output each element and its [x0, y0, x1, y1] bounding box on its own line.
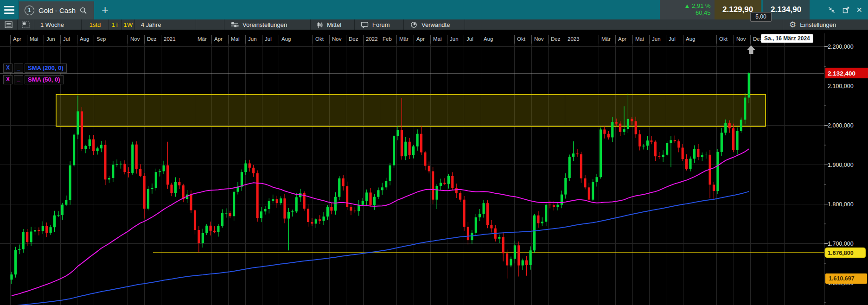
spread-value: 5,00 — [750, 12, 772, 22]
change-panel: ▲ 2,91 % 60,45 — [660, 0, 715, 19]
svg-text:Apr: Apr — [13, 36, 21, 42]
svg-text:Okt: Okt — [517, 36, 526, 42]
svg-text:Apr: Apr — [214, 36, 223, 42]
legend-sma200: X _ SMA (200, 0) — [3, 64, 67, 73]
svg-text:Nov: Nov — [736, 36, 746, 42]
svg-text:1.900,000: 1.900,000 — [828, 162, 854, 168]
search-icon[interactable] — [80, 7, 87, 14]
chart-area: AprMaiJunJulAugSepNovDez2021MärAprMaiJun… — [0, 30, 868, 305]
svg-text:Dez: Dez — [349, 36, 358, 42]
close-icon[interactable]: ✕ — [856, 6, 862, 14]
range-low-axis-label: 1.610,697 — [825, 273, 867, 284]
legend-remove-button[interactable]: X — [3, 75, 13, 84]
svg-text:Mär: Mär — [601, 36, 611, 42]
hamburger-menu-button[interactable] — [0, 0, 19, 19]
instrument-tab[interactable]: 1 Gold - Cash — [19, 1, 94, 19]
svg-text:Sep: Sep — [96, 36, 106, 42]
svg-text:1.800,000: 1.800,000 — [828, 201, 854, 208]
layout-grid-icon-button[interactable] — [18, 19, 34, 30]
svg-text:2023: 2023 — [568, 36, 580, 42]
svg-text:Apr: Apr — [416, 36, 425, 42]
presets-button[interactable]: Voreinstellungen — [224, 19, 311, 30]
timeframe-current[interactable]: 1 Woche — [34, 19, 82, 30]
svg-text:Aug: Aug — [281, 36, 291, 42]
new-tab-button[interactable]: + — [102, 1, 108, 19]
svg-text:1.610,697: 1.610,697 — [829, 275, 855, 282]
price-chart[interactable]: AprMaiJunJulAugSepNovDez2021MärAprMaiJun… — [0, 30, 868, 305]
range-selector[interactable]: 4 Jahre — [135, 19, 196, 30]
gear-icon: ⚙ — [789, 21, 796, 29]
svg-text:Mai: Mai — [433, 36, 442, 42]
svg-text:Okt: Okt — [315, 36, 324, 42]
legend-minimize-button[interactable]: _ — [14, 75, 23, 84]
chart-toolbar: 1 Woche 1std 1T 1W 4 Jahre Voreinstellun… — [0, 19, 868, 30]
top-bar: 1 Gold - Cash + ▲ 2,91 % 60,45 2.129,90 … — [0, 0, 868, 19]
collapse-window-icon[interactable] — [828, 6, 836, 14]
sma50-line[interactable] — [12, 149, 749, 296]
svg-text:Jun: Jun — [46, 36, 55, 42]
watchlist-icon-button[interactable] — [0, 19, 18, 30]
legend-label-sma50[interactable]: SMA (50, 0) — [25, 75, 64, 84]
related-button[interactable]: Verwandte — [404, 19, 465, 30]
svg-text:2022: 2022 — [366, 36, 378, 42]
svg-text:2.000,000: 2.000,000 — [828, 122, 854, 129]
svg-text:Mai: Mai — [635, 36, 644, 42]
svg-text:Dez: Dez — [551, 36, 561, 42]
svg-text:Nov: Nov — [534, 36, 544, 42]
orderbook-depth-icon[interactable] — [814, 5, 821, 15]
trading-app-window: 1 Gold - Cash + ▲ 2,91 % 60,45 2.129,90 … — [0, 0, 868, 305]
last-price-axis-label: 2.132,400 — [825, 68, 868, 78]
legend-minimize-button[interactable]: _ — [14, 64, 23, 73]
svg-text:Aug: Aug — [686, 36, 695, 42]
svg-text:Jul: Jul — [669, 36, 676, 42]
svg-text:Okt: Okt — [719, 36, 728, 42]
svg-text:Jul: Jul — [63, 36, 70, 42]
legend-label-sma200[interactable]: SMA (200, 0) — [25, 64, 67, 73]
toolbar-empty-area — [465, 19, 783, 30]
svg-text:Mai: Mai — [30, 36, 38, 42]
eye-icon — [410, 21, 418, 28]
svg-text:Jul: Jul — [265, 36, 272, 42]
svg-text:Feb: Feb — [383, 36, 392, 42]
change-absolute: 60,45 — [663, 9, 711, 16]
svg-text:Nov: Nov — [130, 36, 140, 42]
date-axis-tooltip: Sa., 16 März 2024 — [761, 34, 813, 43]
svg-text:Jun: Jun — [248, 36, 257, 42]
timeframe-1std-button[interactable]: 1std — [82, 19, 109, 30]
svg-text:1.676,800: 1.676,800 — [828, 250, 854, 256]
legend-remove-button[interactable]: X — [3, 64, 13, 73]
svg-text:Apr: Apr — [618, 36, 626, 42]
candlestick-icon — [317, 21, 323, 28]
svg-text:Mai: Mai — [231, 36, 240, 42]
speech-bubble-icon — [361, 21, 369, 28]
svg-text:Mär: Mär — [198, 36, 207, 42]
hamburger-icon — [4, 6, 14, 7]
up-triangle-icon: ▲ — [684, 2, 690, 9]
svg-text:Aug: Aug — [80, 36, 89, 42]
sliders-icon — [230, 21, 239, 28]
settings-button[interactable]: ⚙ Einstellungen — [783, 19, 868, 30]
svg-text:Nov: Nov — [332, 36, 342, 42]
svg-text:1.700,000: 1.700,000 — [828, 241, 854, 247]
svg-text:Aug: Aug — [484, 36, 493, 42]
tab-title: Gold - Cash — [38, 6, 76, 14]
svg-text:2.100,000: 2.100,000 — [828, 83, 854, 89]
legend-sma50: X _ SMA (50, 0) — [3, 75, 64, 84]
svg-text:2.132,400: 2.132,400 — [828, 70, 855, 77]
toolbar-spacer — [196, 19, 224, 30]
svg-text:Jun: Jun — [450, 36, 459, 42]
tab-number-badge: 1 — [25, 6, 34, 15]
support-axis-label: 1.676,800 — [825, 248, 866, 258]
sma200-line[interactable] — [12, 191, 749, 305]
forum-button[interactable]: Forum — [355, 19, 404, 30]
svg-text:2021: 2021 — [164, 36, 176, 42]
indicators-button[interactable]: Mittel — [311, 19, 355, 30]
svg-text:Mär: Mär — [399, 36, 408, 42]
open-external-icon[interactable] — [842, 6, 850, 14]
window-controls: ✕ — [810, 0, 868, 19]
svg-text:2.200,000: 2.200,000 — [828, 44, 854, 50]
svg-text:Jun: Jun — [652, 36, 661, 42]
change-percent: 2,91 % — [692, 2, 710, 9]
timeframe-1w-button[interactable]: 1W — [122, 19, 135, 30]
timeframe-1t-button[interactable]: 1T — [109, 19, 122, 30]
